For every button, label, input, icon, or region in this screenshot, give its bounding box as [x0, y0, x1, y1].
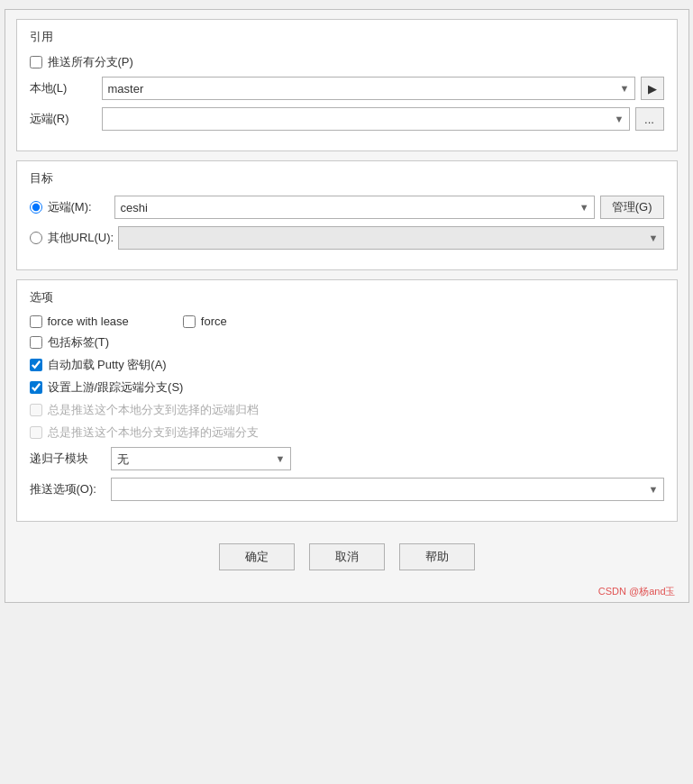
force-label: force	[201, 315, 227, 328]
help-button[interactable]: 帮助	[399, 543, 475, 570]
remote-branch-select[interactable]	[102, 107, 630, 131]
include-tags-row: 包括标签(T)	[30, 334, 664, 351]
xuanxiang-title: 选项	[30, 289, 664, 305]
dialog-footer: 确定 取消 帮助	[5, 531, 688, 585]
submodule-select[interactable]: 无	[111, 447, 291, 470]
local-select[interactable]: master	[102, 77, 635, 100]
confirm-button[interactable]: 确定	[219, 543, 295, 570]
always-push-remote-row: 总是推送这个本地分支到选择的远端归档	[30, 402, 664, 418]
local-select-wrapper: master ▼	[102, 77, 635, 100]
force-with-lease-row: force with lease	[30, 315, 129, 328]
other-url-row: 其他URL(U): ▼	[30, 226, 664, 250]
auto-putty-checkbox[interactable]	[30, 359, 42, 371]
push-all-row: 推送所有分支(P)	[30, 54, 664, 70]
remote-select-row: ceshi ▼ 管理(G)	[114, 196, 664, 219]
always-push-remote-label: 总是推送这个本地分支到选择的远端归档	[48, 402, 259, 418]
push-options-label: 推送选项(O):	[30, 481, 111, 497]
remote-branch-label: 远端(R)	[30, 111, 102, 127]
auto-putty-label: 自动加载 Putty 密钥(A)	[48, 357, 167, 373]
push-options-row: 推送选项(O): ▼	[30, 478, 664, 501]
yinyong-section: 引用 推送所有分支(P) 本地(L) master ▼ ▶ 远端(R) ▼	[16, 19, 678, 151]
xuanxiang-section: 选项 force with lease force 包括标签(T) 自动加载 P…	[16, 279, 678, 522]
other-url-select[interactable]	[118, 226, 664, 250]
push-options-select[interactable]	[111, 478, 664, 501]
push-all-label: 推送所有分支(P)	[48, 54, 133, 70]
force-with-lease-checkbox[interactable]	[30, 315, 42, 328]
mubiao-section: 目标 远端(M): ceshi ▼ 管理(G) 其他URL(U):	[16, 160, 678, 270]
force-row: force	[183, 315, 227, 328]
submodule-row: 递归子模块 无 ▼	[30, 447, 664, 470]
other-url-radio[interactable]	[30, 232, 42, 244]
mubiao-title: 目标	[30, 170, 664, 187]
manage-button[interactable]: 管理(G)	[600, 196, 664, 219]
remote-target-select[interactable]: ceshi	[114, 196, 595, 219]
other-url-label: 其他URL(U):	[48, 230, 114, 246]
submodule-label: 递归子模块	[30, 451, 111, 467]
options-two-col: force with lease force	[30, 315, 664, 334]
yinyong-title: 引用	[30, 29, 664, 45]
local-label: 本地(L)	[30, 80, 102, 96]
always-push-remote-checkbox[interactable]	[30, 404, 42, 416]
set-upstream-row: 设置上游/跟踪远端分支(S)	[30, 379, 664, 396]
remote-radio-row: 远端(M): ceshi ▼ 管理(G)	[30, 196, 664, 219]
always-push-branch-row: 总是推送这个本地分支到选择的远端分支	[30, 424, 664, 441]
local-row: 本地(L) master ▼ ▶	[30, 77, 664, 100]
watermark: CSDN @杨and玉	[5, 585, 688, 602]
force-checkbox[interactable]	[183, 315, 196, 328]
remote-radio[interactable]	[30, 201, 42, 214]
force-with-lease-label: force with lease	[48, 315, 129, 328]
always-push-branch-label: 总是推送这个本地分支到选择的远端分支	[48, 424, 259, 441]
include-tags-checkbox[interactable]	[30, 336, 42, 349]
set-upstream-checkbox[interactable]	[30, 381, 42, 394]
push-all-checkbox[interactable]	[30, 56, 42, 68]
always-push-branch-checkbox[interactable]	[30, 426, 42, 439]
remote-branch-select-wrapper: ▼	[102, 107, 630, 131]
set-upstream-label: 设置上游/跟踪远端分支(S)	[48, 379, 184, 396]
remote-branch-dots-button[interactable]: ...	[635, 107, 664, 131]
cancel-button[interactable]: 取消	[309, 543, 385, 570]
local-arrow-button[interactable]: ▶	[641, 77, 664, 100]
submodule-select-wrapper: 无 ▼	[111, 447, 291, 470]
push-options-select-wrapper: ▼	[111, 478, 664, 501]
remote-branch-row: 远端(R) ▼ ...	[30, 107, 664, 131]
remote-radio-label: 远端(M):	[48, 199, 114, 215]
remote-target-select-wrapper: ceshi ▼	[114, 196, 595, 219]
other-url-select-wrapper: ▼	[118, 226, 664, 250]
auto-putty-row: 自动加载 Putty 密钥(A)	[30, 357, 664, 373]
include-tags-label: 包括标签(T)	[48, 334, 110, 351]
